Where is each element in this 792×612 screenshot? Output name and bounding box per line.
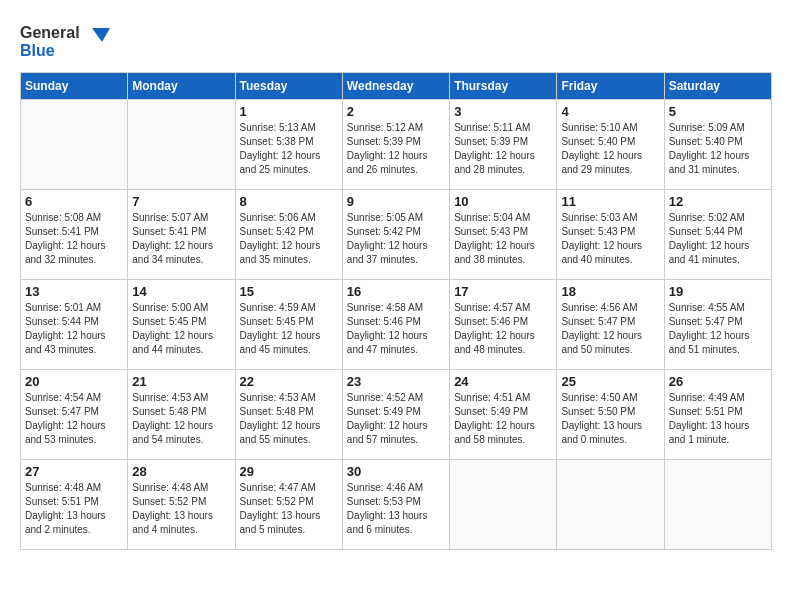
calendar-cell: 15Sunrise: 4:59 AM Sunset: 5:45 PM Dayli… xyxy=(235,280,342,370)
weekday-sunday: Sunday xyxy=(21,73,128,100)
day-number: 4 xyxy=(561,104,659,119)
day-number: 26 xyxy=(669,374,767,389)
calendar-cell: 18Sunrise: 4:56 AM Sunset: 5:47 PM Dayli… xyxy=(557,280,664,370)
calendar-cell: 12Sunrise: 5:02 AM Sunset: 5:44 PM Dayli… xyxy=(664,190,771,280)
day-number: 10 xyxy=(454,194,552,209)
calendar-cell: 9Sunrise: 5:05 AM Sunset: 5:42 PM Daylig… xyxy=(342,190,449,280)
day-number: 11 xyxy=(561,194,659,209)
day-number: 19 xyxy=(669,284,767,299)
logo-svg: General Blue xyxy=(20,20,110,62)
day-detail: Sunrise: 5:07 AM Sunset: 5:41 PM Dayligh… xyxy=(132,211,230,267)
svg-text:Blue: Blue xyxy=(20,42,55,59)
calendar-cell: 1Sunrise: 5:13 AM Sunset: 5:38 PM Daylig… xyxy=(235,100,342,190)
week-row-2: 13Sunrise: 5:01 AM Sunset: 5:44 PM Dayli… xyxy=(21,280,772,370)
calendar-cell: 23Sunrise: 4:52 AM Sunset: 5:49 PM Dayli… xyxy=(342,370,449,460)
day-number: 20 xyxy=(25,374,123,389)
calendar-body: 1Sunrise: 5:13 AM Sunset: 5:38 PM Daylig… xyxy=(21,100,772,550)
day-detail: Sunrise: 4:49 AM Sunset: 5:51 PM Dayligh… xyxy=(669,391,767,447)
day-number: 7 xyxy=(132,194,230,209)
day-detail: Sunrise: 5:05 AM Sunset: 5:42 PM Dayligh… xyxy=(347,211,445,267)
calendar-cell xyxy=(21,100,128,190)
calendar-cell: 25Sunrise: 4:50 AM Sunset: 5:50 PM Dayli… xyxy=(557,370,664,460)
calendar-cell: 8Sunrise: 5:06 AM Sunset: 5:42 PM Daylig… xyxy=(235,190,342,280)
calendar-cell: 6Sunrise: 5:08 AM Sunset: 5:41 PM Daylig… xyxy=(21,190,128,280)
calendar-cell: 16Sunrise: 4:58 AM Sunset: 5:46 PM Dayli… xyxy=(342,280,449,370)
calendar-cell: 7Sunrise: 5:07 AM Sunset: 5:41 PM Daylig… xyxy=(128,190,235,280)
day-detail: Sunrise: 4:52 AM Sunset: 5:49 PM Dayligh… xyxy=(347,391,445,447)
calendar-cell: 28Sunrise: 4:48 AM Sunset: 5:52 PM Dayli… xyxy=(128,460,235,550)
calendar-cell: 20Sunrise: 4:54 AM Sunset: 5:47 PM Dayli… xyxy=(21,370,128,460)
day-number: 21 xyxy=(132,374,230,389)
calendar-cell: 10Sunrise: 5:04 AM Sunset: 5:43 PM Dayli… xyxy=(450,190,557,280)
week-row-3: 20Sunrise: 4:54 AM Sunset: 5:47 PM Dayli… xyxy=(21,370,772,460)
day-detail: Sunrise: 4:59 AM Sunset: 5:45 PM Dayligh… xyxy=(240,301,338,357)
day-detail: Sunrise: 4:54 AM Sunset: 5:47 PM Dayligh… xyxy=(25,391,123,447)
day-detail: Sunrise: 4:48 AM Sunset: 5:52 PM Dayligh… xyxy=(132,481,230,537)
day-number: 5 xyxy=(669,104,767,119)
day-detail: Sunrise: 4:47 AM Sunset: 5:52 PM Dayligh… xyxy=(240,481,338,537)
day-number: 13 xyxy=(25,284,123,299)
day-number: 3 xyxy=(454,104,552,119)
calendar-cell: 29Sunrise: 4:47 AM Sunset: 5:52 PM Dayli… xyxy=(235,460,342,550)
day-number: 18 xyxy=(561,284,659,299)
day-detail: Sunrise: 4:51 AM Sunset: 5:49 PM Dayligh… xyxy=(454,391,552,447)
day-detail: Sunrise: 4:53 AM Sunset: 5:48 PM Dayligh… xyxy=(132,391,230,447)
weekday-wednesday: Wednesday xyxy=(342,73,449,100)
day-detail: Sunrise: 4:58 AM Sunset: 5:46 PM Dayligh… xyxy=(347,301,445,357)
day-detail: Sunrise: 5:02 AM Sunset: 5:44 PM Dayligh… xyxy=(669,211,767,267)
day-detail: Sunrise: 5:00 AM Sunset: 5:45 PM Dayligh… xyxy=(132,301,230,357)
week-row-1: 6Sunrise: 5:08 AM Sunset: 5:41 PM Daylig… xyxy=(21,190,772,280)
day-detail: Sunrise: 4:46 AM Sunset: 5:53 PM Dayligh… xyxy=(347,481,445,537)
day-number: 17 xyxy=(454,284,552,299)
calendar-cell xyxy=(664,460,771,550)
day-detail: Sunrise: 4:55 AM Sunset: 5:47 PM Dayligh… xyxy=(669,301,767,357)
calendar-cell: 14Sunrise: 5:00 AM Sunset: 5:45 PM Dayli… xyxy=(128,280,235,370)
calendar-table: SundayMondayTuesdayWednesdayThursdayFrid… xyxy=(20,72,772,550)
calendar-cell xyxy=(557,460,664,550)
calendar-cell: 2Sunrise: 5:12 AM Sunset: 5:39 PM Daylig… xyxy=(342,100,449,190)
day-number: 28 xyxy=(132,464,230,479)
day-detail: Sunrise: 5:03 AM Sunset: 5:43 PM Dayligh… xyxy=(561,211,659,267)
page-header: General Blue xyxy=(20,20,772,62)
calendar-cell xyxy=(450,460,557,550)
day-number: 1 xyxy=(240,104,338,119)
calendar-cell: 4Sunrise: 5:10 AM Sunset: 5:40 PM Daylig… xyxy=(557,100,664,190)
weekday-saturday: Saturday xyxy=(664,73,771,100)
weekday-monday: Monday xyxy=(128,73,235,100)
calendar-cell xyxy=(128,100,235,190)
day-detail: Sunrise: 5:11 AM Sunset: 5:39 PM Dayligh… xyxy=(454,121,552,177)
day-number: 14 xyxy=(132,284,230,299)
day-number: 30 xyxy=(347,464,445,479)
day-detail: Sunrise: 4:57 AM Sunset: 5:46 PM Dayligh… xyxy=(454,301,552,357)
day-detail: Sunrise: 5:08 AM Sunset: 5:41 PM Dayligh… xyxy=(25,211,123,267)
calendar-cell: 3Sunrise: 5:11 AM Sunset: 5:39 PM Daylig… xyxy=(450,100,557,190)
weekday-friday: Friday xyxy=(557,73,664,100)
day-number: 6 xyxy=(25,194,123,209)
day-number: 15 xyxy=(240,284,338,299)
calendar-cell: 13Sunrise: 5:01 AM Sunset: 5:44 PM Dayli… xyxy=(21,280,128,370)
calendar-cell: 11Sunrise: 5:03 AM Sunset: 5:43 PM Dayli… xyxy=(557,190,664,280)
calendar-cell: 5Sunrise: 5:09 AM Sunset: 5:40 PM Daylig… xyxy=(664,100,771,190)
day-detail: Sunrise: 5:04 AM Sunset: 5:43 PM Dayligh… xyxy=(454,211,552,267)
day-number: 22 xyxy=(240,374,338,389)
day-number: 25 xyxy=(561,374,659,389)
calendar-cell: 24Sunrise: 4:51 AM Sunset: 5:49 PM Dayli… xyxy=(450,370,557,460)
calendar-cell: 30Sunrise: 4:46 AM Sunset: 5:53 PM Dayli… xyxy=(342,460,449,550)
calendar-cell: 19Sunrise: 4:55 AM Sunset: 5:47 PM Dayli… xyxy=(664,280,771,370)
day-detail: Sunrise: 5:10 AM Sunset: 5:40 PM Dayligh… xyxy=(561,121,659,177)
calendar-cell: 26Sunrise: 4:49 AM Sunset: 5:51 PM Dayli… xyxy=(664,370,771,460)
day-detail: Sunrise: 4:56 AM Sunset: 5:47 PM Dayligh… xyxy=(561,301,659,357)
weekday-header-row: SundayMondayTuesdayWednesdayThursdayFrid… xyxy=(21,73,772,100)
day-detail: Sunrise: 5:06 AM Sunset: 5:42 PM Dayligh… xyxy=(240,211,338,267)
week-row-4: 27Sunrise: 4:48 AM Sunset: 5:51 PM Dayli… xyxy=(21,460,772,550)
day-number: 12 xyxy=(669,194,767,209)
day-detail: Sunrise: 4:50 AM Sunset: 5:50 PM Dayligh… xyxy=(561,391,659,447)
day-detail: Sunrise: 5:09 AM Sunset: 5:40 PM Dayligh… xyxy=(669,121,767,177)
day-number: 9 xyxy=(347,194,445,209)
day-detail: Sunrise: 5:13 AM Sunset: 5:38 PM Dayligh… xyxy=(240,121,338,177)
day-number: 2 xyxy=(347,104,445,119)
day-number: 8 xyxy=(240,194,338,209)
day-detail: Sunrise: 5:12 AM Sunset: 5:39 PM Dayligh… xyxy=(347,121,445,177)
day-detail: Sunrise: 4:53 AM Sunset: 5:48 PM Dayligh… xyxy=(240,391,338,447)
svg-text:General: General xyxy=(20,24,80,41)
